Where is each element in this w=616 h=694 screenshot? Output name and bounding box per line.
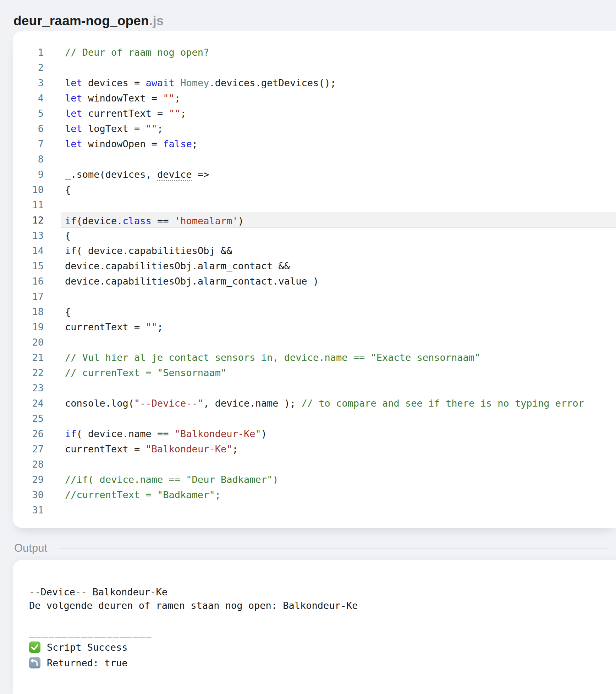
code-text[interactable]: let windowText = ""; <box>65 90 616 106</box>
code-text[interactable] <box>65 289 616 304</box>
code-line[interactable]: 2 <box>13 60 616 75</box>
code-text[interactable] <box>65 197 616 213</box>
file-title-extension: .js <box>149 13 164 28</box>
code-line[interactable]: 13{ <box>13 228 616 243</box>
output-divider <box>60 549 607 549</box>
line-number: 15 <box>13 258 44 274</box>
code-text[interactable]: let windowOpen = false; <box>65 136 616 152</box>
output-section-label: Output <box>14 542 47 555</box>
code-line[interactable]: 8 <box>13 152 616 167</box>
code-line[interactable]: 30//currentText = "Badkamer"; <box>13 487 616 502</box>
line-number: 1 <box>13 45 44 60</box>
code-line[interactable]: 14if( device.capabilitiesObj && <box>13 243 616 258</box>
line-number: 16 <box>13 274 44 289</box>
code-line[interactable]: 16device.capabilitiesObj.alarm_contact.v… <box>13 274 616 289</box>
code-line[interactable]: 3let devices = await Homey.devices.getDe… <box>13 75 616 90</box>
code-line[interactable]: 29//if( device.name == "Deur Badkamer") <box>13 472 616 487</box>
code-line[interactable]: 21// Vul hier al je contact sensors in, … <box>13 350 616 365</box>
line-number: 2 <box>13 60 44 75</box>
code-line[interactable]: 26if( device.name == "Balkondeur-Ke") <box>13 426 616 441</box>
code-line[interactable]: 5let currentText = ""; <box>13 106 616 121</box>
line-number: 27 <box>13 441 44 457</box>
output-status-text: Script Success <box>47 642 128 653</box>
line-number: 13 <box>13 228 44 243</box>
line-number: 29 <box>13 472 44 487</box>
line-number: 12 <box>13 213 44 228</box>
output-status-text: Returned: true <box>47 657 128 668</box>
code-line[interactable]: 11 <box>13 197 616 213</box>
code-text[interactable] <box>65 60 616 75</box>
line-number: 18 <box>13 304 44 319</box>
code-line-active[interactable]: 12if(device.class == 'homealarm') <box>13 213 616 228</box>
code-text[interactable]: currentText = "Balkondeur-Ke"; <box>65 441 616 457</box>
code-line[interactable]: 9_.some(devices, device => <box>13 167 616 182</box>
code-text[interactable]: //currentText = "Badkamer"; <box>65 487 616 502</box>
line-number: 25 <box>13 411 44 426</box>
code-text[interactable]: if( device.capabilitiesObj && <box>65 243 616 258</box>
output-line: De volgende deuren of ramen staan nog op… <box>29 599 616 612</box>
code-line[interactable]: 24console.log("--Device--", device.name … <box>13 396 616 411</box>
output-line: --Device-- Balkondeur-Ke <box>29 585 616 599</box>
code-text[interactable]: let devices = await Homey.devices.getDev… <box>65 75 616 90</box>
code-text[interactable]: // Deur of raam nog open? <box>65 45 616 60</box>
code-text[interactable]: if( device.name == "Balkondeur-Ke") <box>65 426 616 441</box>
code-line[interactable]: 19currentText = ""; <box>13 319 616 335</box>
code-text[interactable] <box>65 335 616 350</box>
line-number: 31 <box>13 502 44 518</box>
code-line[interactable]: 23 <box>13 380 616 396</box>
output-lines: --Device-- Balkondeur-KeDe volgende deur… <box>29 585 616 671</box>
code-text[interactable]: if(device.class == 'homealarm') <box>61 213 616 228</box>
code-line[interactable]: 27currentText = "Balkondeur-Ke"; <box>13 441 616 457</box>
code-editor-panel[interactable]: 1// Deur of raam nog open?23let devices … <box>13 31 616 528</box>
output-status-row: Script Success <box>29 639 616 655</box>
output-line <box>29 612 616 626</box>
code-text[interactable]: { <box>65 304 616 319</box>
output-separator: ___________________ <box>29 626 616 639</box>
output-status-row: Returned: true <box>29 655 616 671</box>
code-text[interactable]: console.log("--Device--", device.name );… <box>65 396 616 411</box>
check-icon <box>29 641 40 653</box>
code-line[interactable]: 17 <box>13 289 616 304</box>
code-line[interactable]: 18{ <box>13 304 616 319</box>
code-line[interactable]: 20 <box>13 335 616 350</box>
line-number: 7 <box>13 136 44 152</box>
line-number: 3 <box>13 75 44 90</box>
code-line[interactable]: 28 <box>13 457 616 472</box>
code-line[interactable]: 25 <box>13 411 616 426</box>
code-line[interactable]: 22// currenText = "Sensornaam" <box>13 365 616 380</box>
code-line[interactable]: 6let logText = ""; <box>13 121 616 136</box>
line-number: 14 <box>13 243 44 258</box>
output-panel: --Device-- Balkondeur-KeDe volgende deur… <box>13 560 616 694</box>
code-line[interactable]: 31 <box>13 502 616 518</box>
code-text[interactable]: // Vul hier al je contact sensors in, de… <box>65 350 616 365</box>
code-text[interactable] <box>65 411 616 426</box>
line-number: 10 <box>13 182 44 197</box>
code-text[interactable] <box>65 380 616 396</box>
file-title-name: deur_raam-nog_open <box>13 13 149 28</box>
code-text[interactable]: let currentText = ""; <box>65 106 616 121</box>
code-text[interactable] <box>65 152 616 167</box>
code-line[interactable]: 10{ <box>13 182 616 197</box>
line-number: 30 <box>13 487 44 502</box>
code-text[interactable]: _.some(devices, device => <box>65 167 616 182</box>
code-line[interactable]: 7let windowOpen = false; <box>13 136 616 152</box>
code-text[interactable]: { <box>65 182 616 197</box>
code-line[interactable]: 4let windowText = ""; <box>13 90 616 106</box>
code-text[interactable]: //if( device.name == "Deur Badkamer") <box>65 472 616 487</box>
line-number: 9 <box>13 167 44 182</box>
code-lines: 1// Deur of raam nog open?23let devices … <box>13 45 616 518</box>
return-icon <box>29 657 40 668</box>
code-text[interactable]: // currenText = "Sensornaam" <box>65 365 616 380</box>
line-number: 22 <box>13 365 44 380</box>
line-number: 5 <box>13 106 44 121</box>
code-text[interactable]: device.capabilitiesObj.alarm_contact && <box>65 258 616 274</box>
code-text[interactable]: device.capabilitiesObj.alarm_contact.val… <box>65 274 616 289</box>
code-text[interactable] <box>65 502 616 518</box>
line-number: 28 <box>13 457 44 472</box>
code-text[interactable]: currentText = ""; <box>65 319 616 335</box>
code-text[interactable]: let logText = ""; <box>65 121 616 136</box>
code-text[interactable]: { <box>65 228 616 243</box>
code-line[interactable]: 1// Deur of raam nog open? <box>13 45 616 60</box>
code-text[interactable] <box>65 457 616 472</box>
code-line[interactable]: 15device.capabilitiesObj.alarm_contact &… <box>13 258 616 274</box>
